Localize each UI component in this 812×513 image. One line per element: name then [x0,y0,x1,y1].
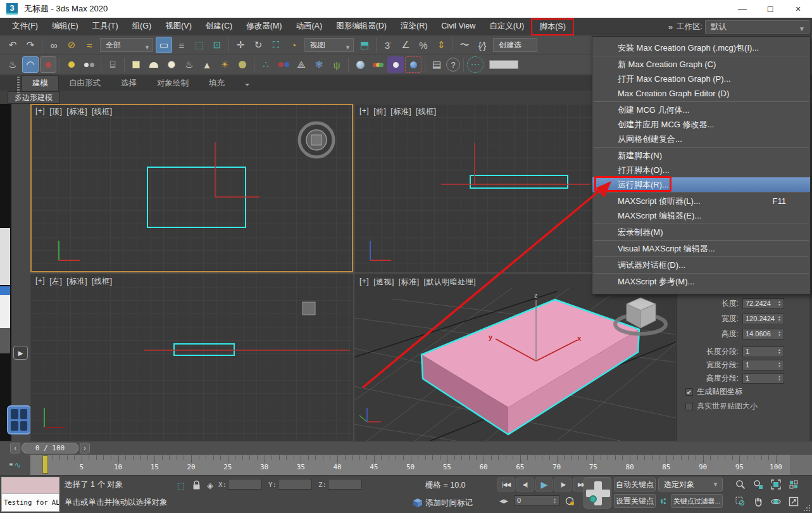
script-menu-item[interactable]: MAXScript 参考(M)... [592,274,810,289]
key-filters-button[interactable]: 关键点过滤器... [671,494,723,508]
bind-spacewarp-icon[interactable]: ≈ [81,37,97,53]
script-menu-item[interactable]: MAXScript 编辑器(E)... [592,208,810,223]
isolate-ring-icon[interactable]: ⋯ [467,56,484,73]
z-coord-field[interactable] [328,479,362,490]
listener-text[interactable]: Testing for AL( [2,494,59,511]
geosphere-icon[interactable] [234,56,251,73]
ribbon-tab-populate[interactable]: 填充 [199,76,235,91]
viewport-pov-label[interactable]: [前] [373,106,386,117]
isolate-selection-icon[interactable]: ⬚ [175,479,187,491]
ribbon-panel-polymodeling[interactable]: 多边形建模 [8,91,59,104]
viewport-top[interactable]: [+] [顶] [标准] [线框] [30,104,353,272]
viewport-menu-icon[interactable]: [+] [359,106,369,117]
select-move-icon[interactable]: ✛ [232,37,249,53]
viewport-menu-icon[interactable]: [+] [359,277,369,288]
camera-create-icon[interactable] [81,56,97,73]
menubar-item[interactable]: 图形编辑器(D) [329,18,394,34]
angle-snap-icon[interactable]: ∠ [397,37,414,53]
select-place-icon[interactable]: ◔ [285,37,302,53]
script-menu-item[interactable]: 安装 Max Creation Graph (.mcg)包(I)... [592,41,810,55]
script-menu-item[interactable]: 创建 MCG 几何体... [592,103,810,117]
zoom-all-icon[interactable] [751,478,766,491]
video-camera-icon[interactable]: ⌸ [104,56,121,73]
rect-selection-region-icon[interactable]: ⬚ [191,37,208,53]
param-spinner-field[interactable]: 1▴▾ [742,360,784,370]
render-setup-icon[interactable] [387,56,404,73]
rendered-frame-icon[interactable] [40,56,56,73]
add-time-tag[interactable]: 添加时间标记 [425,498,473,509]
close-button[interactable]: × [784,0,812,18]
script-menu-item[interactable]: 调试器对话框(D)... [592,258,810,272]
toolbar-slider[interactable] [489,60,518,69]
viewport-pov-label[interactable]: [透视] [373,277,394,288]
ribbon-tab-selection[interactable]: 选择 [111,76,147,91]
select-object-button[interactable]: ▭ [156,37,172,53]
viewport-shading-label[interactable]: [默认明暗处理] [424,277,477,288]
selection-filter-dropdown[interactable]: 全部 ▼ [100,38,153,52]
viewport-left[interactable]: [+] [左] [标准] [线框] [30,274,353,441]
current-frame-field[interactable]: 0 ▴▾ [514,495,559,506]
ribbon-tab-freeform[interactable]: 自由形式 [59,76,111,91]
script-menu-item[interactable]: 从网格创建复合... [592,132,810,146]
select-by-name-icon[interactable]: ≡ [173,37,190,53]
material-sphere-icon[interactable] [352,56,368,73]
select-link-icon[interactable]: ∞ [46,37,62,53]
ribbon-overflow-icon[interactable]: ⏷ [235,80,259,91]
teapot-primitive-icon[interactable]: ♨ [181,56,197,73]
menubar-item[interactable]: 编辑(E) [45,18,85,34]
menubar-item[interactable]: 创建(C) [199,18,239,34]
absolute-offset-mode-icon[interactable]: ◈ [204,479,216,491]
light-create-icon[interactable] [63,56,80,73]
bones-icon[interactable] [275,56,292,73]
script-menu-item[interactable]: 宏录制器(M) [592,225,810,239]
key-mode-toggle-icon[interactable] [563,495,576,507]
script-menu-item[interactable]: Visual MAXScript 编辑器... [592,241,810,256]
spinner-arrows-icon[interactable]: ▴▾ [776,347,783,357]
zoom-extents-all-icon[interactable] [786,478,801,491]
track-bar[interactable]: 0510152025303540455055606570758085909510… [0,455,812,475]
viewport-layout-tab[interactable] [7,405,31,434]
state-sets-icon[interactable]: ◠ [22,56,39,73]
viewport-shading-label[interactable]: [线框] [92,276,113,287]
viewport-pov-label[interactable]: [顶] [49,106,62,117]
frame-back-button[interactable]: ‹ [10,443,20,453]
material-balls-icon[interactable] [370,56,386,73]
maximize-viewport-icon[interactable] [786,495,801,509]
window-crossing-icon[interactable]: ⊡ [209,37,225,53]
y-coord-field[interactable] [278,479,312,490]
viewport-menu-icon[interactable]: [+] [35,106,45,117]
curve-editor-icon[interactable]: 〜 [456,37,473,53]
script-menu-item[interactable]: 打开脚本(O)... [592,163,810,177]
spinner-arrows-icon[interactable]: ▴▾ [776,374,783,383]
spinner-arrows-icon[interactable]: ▴▾ [776,360,783,370]
select-scale-icon[interactable]: ⛶ [268,37,284,53]
menubar-item[interactable]: 自定义(U) [482,18,531,34]
flower-icon[interactable]: ❃ [311,56,327,73]
script-menu-item[interactable]: 新 Max Creation Graph (C) [592,57,810,72]
menubar-item[interactable]: Civil View [434,18,482,34]
menubar-item[interactable]: 视图(V) [158,18,199,34]
checkbox-unchecked-icon[interactable] [685,403,693,410]
viewport-menu-icon[interactable]: [+] [35,276,45,287]
zoom-icon[interactable] [733,478,748,491]
in-out-toggle-icon[interactable]: ◀▶ [497,495,510,507]
spinner-snap-icon[interactable]: ⇕ [433,37,449,53]
x-coord-field[interactable] [228,479,262,490]
param-spinner-field[interactable]: 120.2424▴▾ [742,314,784,324]
spinner-arrows-icon[interactable]: ▴▾ [776,299,783,308]
param-spinner-field[interactable]: 72.2424▴▾ [742,298,784,309]
current-frame-marker[interactable] [42,455,48,474]
zoom-region-icon[interactable] [733,495,748,509]
viewport-standard-label[interactable]: [标准] [390,106,411,117]
clipboard-icon[interactable]: ▤ [428,56,445,73]
viewport-shading-label[interactable]: [线框] [416,106,437,117]
teapot-render-icon[interactable]: ♨ [4,56,21,73]
maximize-button[interactable]: □ [756,0,784,18]
checkbox-checked-icon[interactable]: ✔ [685,388,693,396]
viewport-shading-label[interactable]: [线框] [92,106,113,117]
undo-icon[interactable]: ↶ [4,37,21,53]
set-keys-button[interactable] [584,477,611,509]
cone-primitive-icon[interactable]: ▲ [199,56,215,73]
previous-frame-button[interactable]: ◀| [516,478,534,491]
viewport-perspective[interactable]: [+] [透视] [标准] [默认明暗处理] x y z [354,274,676,441]
